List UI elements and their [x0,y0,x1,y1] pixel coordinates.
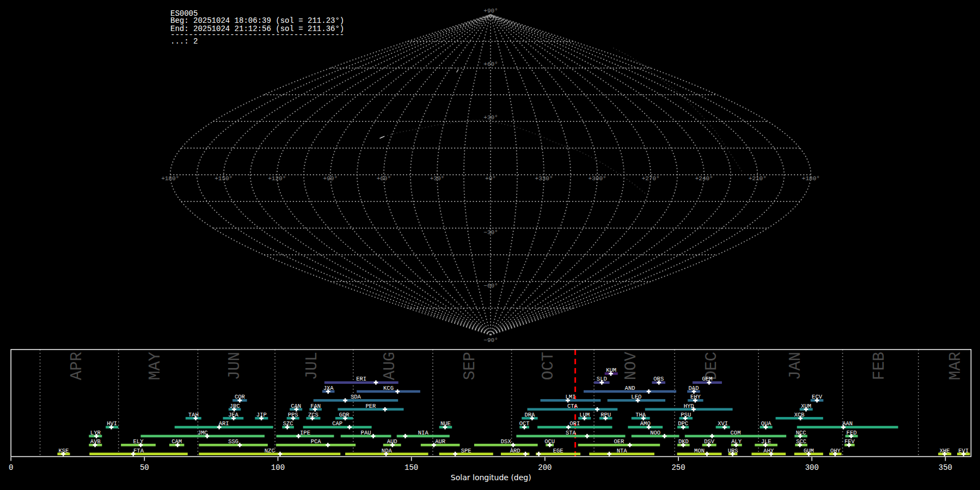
shower-label-AND: AND [625,385,635,391]
shower-label-ZCS: ZCS [308,412,318,418]
shower-peak-NZC [278,452,283,456]
shower-label-SSG: SSG [228,438,238,445]
shower-label-OER: OER [614,438,624,445]
shower-label-ARI: ARI [219,420,229,427]
shower-label-HYD: HYD [684,403,694,409]
x-tick-label: 300 [805,463,819,472]
month-label: APR [68,352,86,380]
shower-peak-SDA [343,399,347,403]
shower-label-JMC: JMC [198,430,208,436]
x-tick-label: 0 [9,463,13,472]
shower-peak-OER [628,443,632,447]
shower-label-NIA: NIA [418,430,429,436]
shower-label-XVI: XVI [718,420,728,427]
x-axis: 050100150200250300350Solar longitude (de… [9,457,952,481]
month-label: OCT [540,352,558,380]
shower-bars: KUMERISLDORSGEMJXAKCGANDDADCORSDALMILEOE… [57,367,970,456]
shower-label-NTA: NTA [617,448,628,454]
shower-label-CTA: CTA [567,403,578,409]
shower-label-FEV: FEV [844,438,855,445]
shower-label-NZC: NZC [265,448,275,454]
x-tick-label: 250 [671,463,685,472]
shower-label-DSX: DSX [501,438,512,445]
shower-label-ERI: ERI [356,376,366,382]
shower-peak-ARD [523,452,528,456]
month-label: MAR [947,352,965,380]
shower-label-GDR: GDR [339,412,350,418]
month-label: MAY [146,352,164,380]
shower-peak-NTA [607,452,611,456]
shower-label-CAP: CAP [332,420,342,427]
shower-peak-DSX [511,443,516,447]
x-tick-label: 200 [538,463,552,472]
shower-label-LMI: LMI [565,394,575,400]
shower-label-SPE: SPE [461,448,471,454]
shower-label-ELY: ELY [133,438,144,445]
shower-label-DRA: DRA [524,412,535,418]
shower-peak-MON [705,452,709,456]
shower-label-AHY: AHY [763,448,774,454]
shower-peak-KCG [395,389,400,394]
shower-peak-PER [383,407,387,412]
shower-label-LYR: LYR [90,430,101,436]
shower-peak-PAU [371,434,376,438]
shower-label-NCC: NCC [796,430,806,436]
shower-label-THA: THA [635,412,646,418]
shower-label-FTA: FTA [133,448,144,454]
shower-peak-EGE [537,452,541,456]
shower-label-PCA: PCA [311,438,322,445]
shower-label-NDA: NDA [382,448,393,454]
month-label: FEB [871,352,889,380]
shower-peak-COM [710,434,714,438]
shower-label-PAU: PAU [361,430,371,436]
x-axis-title: Solar longitude (deg) [451,473,531,482]
shower-label-SDA: SDA [351,394,362,400]
month-label: AUG [381,352,399,380]
shower-peak-NOO [663,434,667,438]
x-tick-label: 150 [405,463,418,472]
shower-label-SZC: SZC [283,420,293,427]
month-label: NOV [622,351,640,380]
shower-peak-AND [647,389,651,394]
shower-peak-CTA [595,407,599,412]
month-label: JAN [787,352,805,380]
shower-peak-NIA [403,434,407,438]
shower-peak-STA [585,434,589,438]
shower-label-SCC: SCC [796,438,806,445]
month-label: JUN [226,352,244,380]
shower-label-MON: MON [694,448,705,454]
shower-label-IPE: IPE [300,430,310,436]
shower-label-GEM: GEM [702,376,713,382]
shower-label-XCB: XCB [794,412,805,418]
shower-peak-ERI [374,381,378,385]
month-label: SEP [461,352,479,380]
shower-label-PER: PER [365,403,376,409]
radiant-activity-screen: ES0005 Beg: 20251024 18:06:39 (sol = 211… [0,0,980,490]
x-tick-label: 350 [939,463,952,472]
x-tick-label: 50 [140,463,149,472]
x-tick-label: 100 [271,463,285,472]
shower-peak-CAP [347,425,352,430]
shower-label-TAH: TAH [188,412,199,418]
shower-label-CAM: CAM [171,438,182,445]
shower-label-ORI: ORI [569,420,580,427]
month-label: JUL [303,352,321,380]
shower-peak-PCA [326,443,330,447]
shower-label-KCG: KCG [383,385,394,391]
shower-label-LEO: LEO [631,394,641,400]
shower-label-STA: STA [566,430,577,436]
shower-label-ARD: ARD [510,448,520,454]
shower-label-COM: COM [731,430,741,436]
shower-activity-chart: APRMAYJUNJULAUGSEPOCTNOVDECJANFEBMARKUME… [0,0,980,490]
shower-label-EGE: EGE [553,448,564,454]
shower-peak-SPE [453,452,457,456]
shower-label-NOO: NOO [650,430,660,436]
shower-label-AUR: AUR [435,438,446,445]
